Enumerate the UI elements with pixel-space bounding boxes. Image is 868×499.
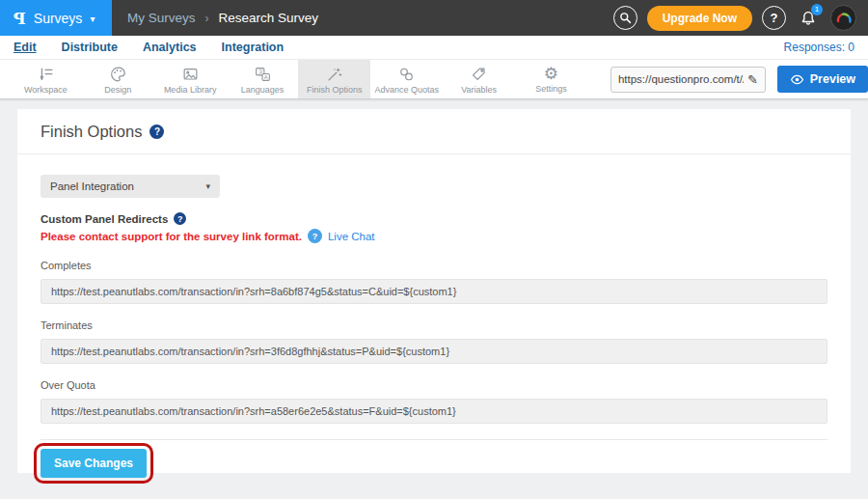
tool-finish-options[interactable]: Finish Options [298,60,370,98]
product-name: Surveys [34,11,83,26]
upgrade-now-button[interactable]: Upgrade Now [647,6,752,31]
survey-nav: Edit Distribute Analytics Integration Re… [0,36,868,59]
over-quota-label: Over Quota [41,379,827,391]
panel-integration-dropdown[interactable]: Panel Integration ▾ [41,175,220,198]
chevron-down-icon: ▾ [205,181,210,191]
live-chat-link[interactable]: Live Chat [328,231,375,242]
notification-badge: 1 [811,4,823,15]
custom-panel-redirects-label: Custom Panel Redirects [41,213,168,225]
top-header: P Surveys ▾ My Surveys › Research Survey… [0,0,868,36]
search-button[interactable] [613,6,637,30]
finish-options-card: Finish Options ? Panel Integration ▾ Cus… [17,109,851,473]
questionpro-logo-icon: P [14,9,26,28]
tool-label: Settings [535,84,567,94]
support-warning-text: Please contact support for the survey li… [41,231,302,242]
completes-url-input[interactable] [41,279,827,304]
over-quota-url-input[interactable] [41,399,827,424]
terminates-url-input[interactable] [41,339,827,364]
nav-tab-integration[interactable]: Integration [222,41,285,54]
tool-media-library[interactable]: Media Library [154,60,227,98]
tool-variables[interactable]: Variables [443,60,515,98]
question-icon: ? [771,11,778,25]
tool-design[interactable]: Design [82,60,154,98]
edit-toolbar: Workspace Design Media Library 文 A Langu… [0,59,868,99]
tool-label: Design [104,85,131,95]
tool-label: Workspace [24,85,68,95]
chevron-down-icon: ▾ [90,14,95,24]
help-button[interactable]: ? [762,6,786,30]
advance-quotas-link-icon [396,65,417,84]
tool-label: Media Library [164,85,217,95]
tool-label: Languages [241,85,285,95]
design-palette-icon [108,65,128,84]
eye-icon [790,74,804,85]
responses-count[interactable]: Responses: 0 [784,41,854,54]
media-library-icon [180,65,201,84]
finish-options-help-icon[interactable]: ? [149,125,164,139]
page-content: Finish Options ? Panel Integration ▾ Cus… [0,99,868,473]
notifications-button[interactable]: 1 [796,6,821,31]
tool-label: Finish Options [307,85,363,95]
avatar[interactable] [830,5,856,31]
surveys-product-menu[interactable]: P Surveys ▾ [0,0,112,36]
nav-tab-analytics[interactable]: Analytics [143,41,197,54]
nav-tab-edit[interactable]: Edit [14,41,37,54]
save-changes-button[interactable]: Save Changes [41,449,147,478]
red-highlight-annotation: Save Changes [34,443,153,484]
custom-panel-redirects-help-icon[interactable]: ? [174,212,186,225]
tool-workspace[interactable]: Workspace [10,60,82,98]
tool-label: Advance Quotas [374,85,439,95]
tool-languages[interactable]: 文 A Languages [227,60,299,98]
svg-text:文: 文 [258,69,263,74]
survey-url-box[interactable]: ✎ [610,67,766,93]
preview-label: Preview [810,72,855,86]
finish-options-wand-icon [324,65,344,84]
breadcrumb-my-surveys[interactable]: My Surveys [127,11,196,25]
tool-settings[interactable]: ⚙ Settings [515,60,587,98]
variables-tag-icon [469,65,489,84]
preview-button[interactable]: Preview [777,66,868,93]
dropdown-selected-value: Panel Integration [50,180,134,192]
breadcrumb: My Surveys › Research Survey [127,11,318,25]
avatar-logo-icon [834,9,854,28]
page-title: Finish Options [41,123,142,141]
svg-text:A: A [263,74,267,80]
survey-url-input[interactable] [618,73,744,85]
tool-advance-quotas[interactable]: Advance Quotas [370,60,443,98]
breadcrumb-current-survey: Research Survey [219,11,319,25]
footer-divider [41,439,827,440]
settings-gear-icon: ⚙ [544,65,558,83]
completes-label: Completes [41,260,827,271]
search-icon [619,12,632,24]
edit-url-pencil-icon[interactable]: ✎ [747,72,758,87]
tool-label: Variables [461,85,497,95]
workspace-icon [36,65,56,84]
languages-icon: 文 A [253,65,273,84]
live-chat-help-icon[interactable]: ? [308,229,322,243]
nav-tab-distribute[interactable]: Distribute [62,41,118,54]
terminates-label: Terminates [41,319,827,331]
breadcrumb-separator-icon: › [205,12,209,25]
